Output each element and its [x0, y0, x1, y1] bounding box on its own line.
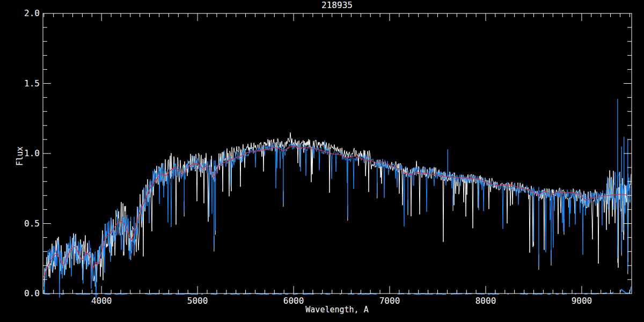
chart-title: 218935 [321, 0, 353, 10]
y-tick-label: 1.0 [24, 148, 40, 158]
x-tick-label: 7000 [379, 296, 400, 306]
y-tick-label: 2.0 [24, 8, 40, 18]
y-tick-label: 0.0 [24, 288, 40, 298]
x-tick-label: 4000 [91, 296, 112, 306]
y-tick-label: 0.5 [24, 218, 40, 229]
spectrum-chart: 218935 Wavelength, A Flux 4000 5000 6000… [0, 0, 644, 322]
x-tick-label: 9000 [572, 296, 592, 306]
x-axis-label: Wavelength, A [305, 305, 368, 314]
y-axis-label: Flux [15, 147, 25, 166]
x-tick-label: 6000 [283, 296, 304, 306]
x-tick-label: 5000 [187, 296, 208, 306]
y-tick-label: 1.5 [24, 78, 40, 89]
x-tick-label: 8000 [475, 296, 496, 306]
